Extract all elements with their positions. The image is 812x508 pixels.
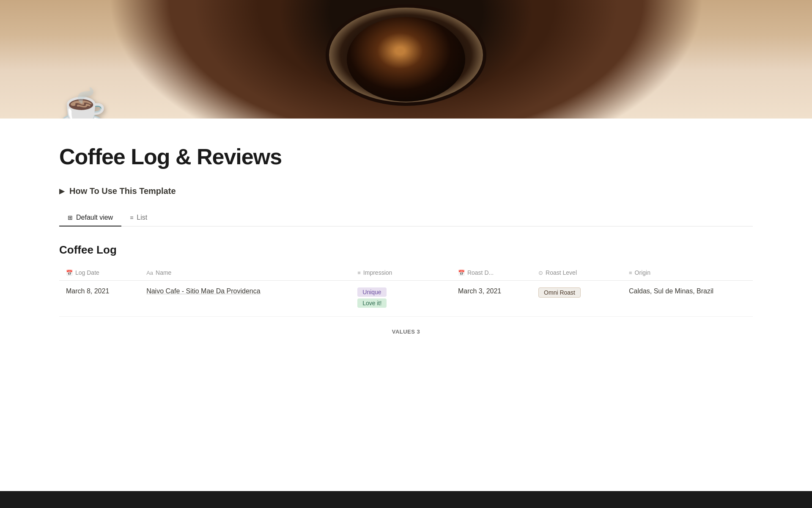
tab-default-view[interactable]: ⊞ Default view bbox=[59, 210, 121, 226]
list-icon: ≡ bbox=[130, 214, 133, 221]
values-label: VALUES bbox=[392, 329, 415, 335]
col-label-log-date: Log Date bbox=[75, 269, 99, 276]
cell-roast-date: March 3, 2021 bbox=[451, 281, 532, 317]
col-header-roast-date[interactable]: 📅 Roast D... bbox=[451, 265, 532, 281]
cell-log-date: March 8, 2021 bbox=[59, 281, 140, 317]
hero-banner: ☕ bbox=[0, 0, 812, 119]
main-content: Coffee Log & Reviews ▶ How To Use This T… bbox=[0, 119, 812, 360]
coffee-drip-visual bbox=[321, 0, 491, 110]
list-icon-impression: ≡ bbox=[357, 270, 361, 276]
col-label-name: Name bbox=[156, 269, 171, 276]
table-header-row: 📅 Log Date Aa Name ≡ Impression bbox=[59, 265, 753, 281]
coffee-log-table: 📅 Log Date Aa Name ≡ Impression bbox=[59, 265, 753, 317]
col-label-roast-level: Roast Level bbox=[546, 269, 577, 276]
values-footer: VALUES 3 bbox=[59, 320, 753, 343]
col-label-origin: Origin bbox=[635, 269, 650, 276]
col-label-roast-date: Roast D... bbox=[467, 269, 494, 276]
text-icon-name: Aa bbox=[146, 270, 153, 276]
impression-tag-loveit: Love it! bbox=[357, 298, 387, 308]
table-row: March 8, 2021 Naivo Cafe - Sitio Mae Da … bbox=[59, 281, 753, 317]
calendar-icon-roastdate: 📅 bbox=[458, 270, 465, 276]
clock-icon-roastlevel: ⊙ bbox=[538, 270, 543, 276]
col-header-name[interactable]: Aa Name bbox=[140, 265, 351, 281]
list-icon-origin: ≡ bbox=[629, 270, 632, 276]
values-count: 3 bbox=[417, 329, 420, 335]
tab-list-view[interactable]: ≡ List bbox=[121, 210, 156, 226]
table-section: Coffee Log 📅 Log Date Aa Name bbox=[59, 243, 753, 343]
col-header-roast-level[interactable]: ⊙ Roast Level bbox=[532, 265, 622, 281]
calendar-icon-logdate: 📅 bbox=[66, 270, 73, 276]
impression-tag-unique: Unique bbox=[357, 287, 386, 297]
roast-level-tag: Omni Roast bbox=[538, 287, 581, 298]
cell-roast-level: Omni Roast bbox=[532, 281, 622, 317]
toggle-arrow-icon: ▶ bbox=[59, 187, 64, 195]
table-icon: ⊞ bbox=[68, 214, 73, 221]
page-title: Coffee Log & Reviews bbox=[59, 144, 753, 169]
coffee-log-title: Coffee Log bbox=[59, 243, 753, 257]
col-header-origin[interactable]: ≡ Origin bbox=[622, 265, 753, 281]
bottom-bar bbox=[0, 491, 812, 508]
col-header-log-date[interactable]: 📅 Log Date bbox=[59, 265, 140, 281]
tab-list-label: List bbox=[137, 214, 147, 221]
toggle-label: How To Use This Template bbox=[69, 186, 176, 196]
tab-default-label: Default view bbox=[76, 214, 113, 221]
toggle-section[interactable]: ▶ How To Use This Template bbox=[59, 186, 753, 196]
col-header-impression[interactable]: ≡ Impression bbox=[351, 265, 451, 281]
coffee-cup-icon: ☕ bbox=[59, 87, 107, 119]
view-tabs: ⊞ Default view ≡ List bbox=[59, 210, 753, 226]
cell-impression: Unique Love it! bbox=[351, 281, 451, 317]
col-label-impression: Impression bbox=[363, 269, 392, 276]
cell-origin: Caldas, Sul de Minas, Brazil bbox=[622, 281, 753, 317]
cell-name[interactable]: Naivo Cafe - Sitio Mae Da Providenca bbox=[140, 281, 351, 317]
